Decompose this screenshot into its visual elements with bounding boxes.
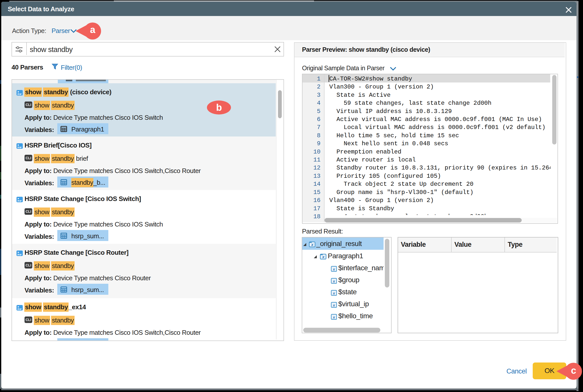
svg-text:x: x	[333, 291, 335, 295]
svg-text:x: x	[322, 255, 325, 259]
svg-text:x: x	[333, 315, 335, 319]
svg-text:x: x	[333, 267, 335, 271]
svg-text:x: x	[333, 279, 335, 283]
svg-text:x: x	[311, 242, 314, 247]
svg-text:x: x	[333, 303, 335, 307]
